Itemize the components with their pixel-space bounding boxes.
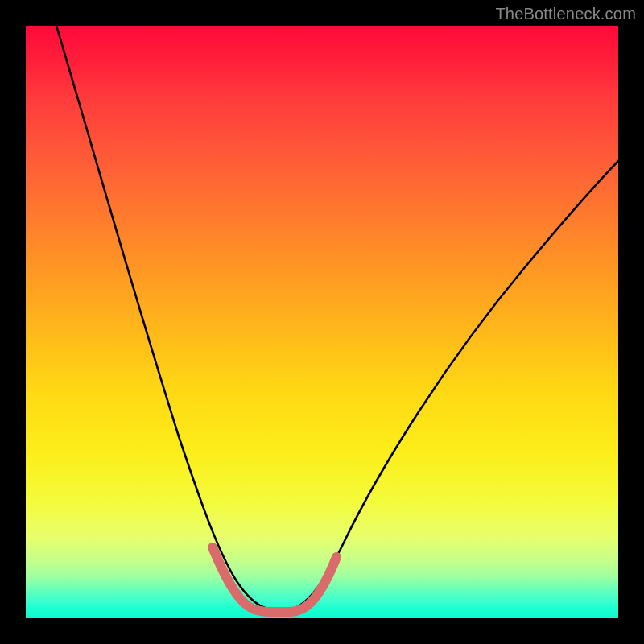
curve-layer xyxy=(26,26,618,618)
plot-area xyxy=(26,26,618,618)
near-optimum-highlight xyxy=(213,547,336,612)
watermark-text: TheBottleneck.com xyxy=(495,5,636,23)
chart-frame: TheBottleneck.com xyxy=(0,0,644,644)
bottleneck-curve xyxy=(56,26,618,609)
